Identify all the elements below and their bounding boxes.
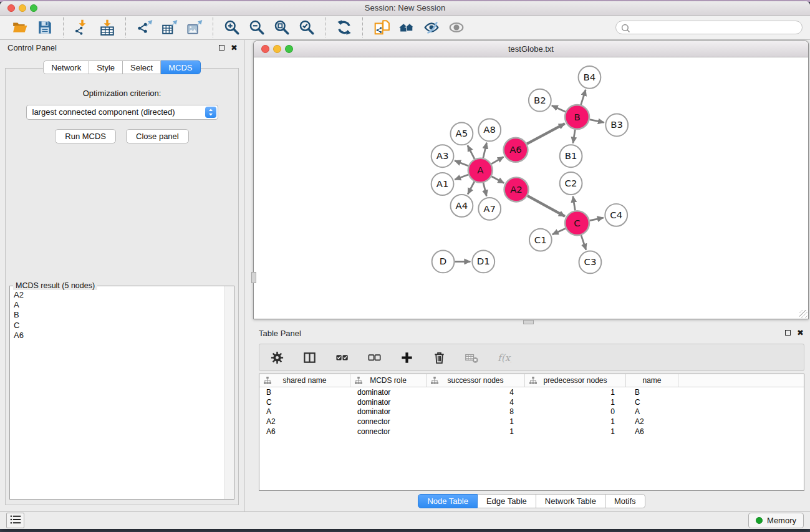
column-header-shared-name[interactable]: shared name (259, 374, 350, 387)
table-tab-edge-table[interactable]: Edge Table (478, 494, 536, 508)
app-title: Session: New Session (0, 1, 810, 15)
graph-edge-A-A5 (468, 145, 475, 159)
graph-edge-C-C3 (581, 235, 586, 250)
criterion-dropdown[interactable]: largest connected component (directed) (26, 105, 218, 120)
table-row[interactable]: Bdominator41B (259, 387, 804, 397)
mcds-result-item[interactable]: B (14, 310, 221, 320)
splitter-handle-bottom[interactable] (523, 320, 534, 324)
function-icon[interactable]: f(x) (496, 350, 511, 365)
float-table-panel-icon[interactable] (785, 330, 791, 336)
add-icon[interactable] (399, 350, 414, 365)
graph-node-B4[interactable]: B4 (579, 66, 601, 89)
zoom-fit-icon[interactable] (272, 18, 291, 37)
graph-node-C[interactable]: C (565, 211, 589, 235)
open-folder-icon[interactable] (11, 18, 29, 37)
deselect-all-icon[interactable] (367, 350, 382, 365)
run-mcds-button[interactable]: Run MCDS (55, 129, 116, 143)
show-panel-icon[interactable] (447, 18, 466, 37)
tab-style[interactable]: Style (89, 60, 123, 74)
import-network-icon[interactable] (73, 18, 92, 37)
tree-icon (264, 377, 271, 386)
graph-node-C1[interactable]: C1 (529, 229, 552, 251)
graph-node-A3[interactable]: A3 (432, 145, 454, 167)
graph-node-C3[interactable]: C3 (579, 251, 602, 274)
save-icon[interactable] (36, 18, 54, 37)
show-panels-button[interactable] (6, 513, 24, 528)
zoom-window-button[interactable] (30, 4, 37, 12)
graph-node-A4[interactable]: A4 (450, 195, 473, 217)
graph-node-B1[interactable]: B1 (560, 145, 582, 167)
network-close-button[interactable] (261, 45, 269, 53)
close-panel-icon[interactable]: ✖ (231, 44, 238, 52)
splitter-handle-left[interactable] (251, 272, 256, 283)
tab-network[interactable]: Network (43, 60, 89, 74)
columns-icon[interactable] (302, 350, 317, 365)
graph-node-B[interactable]: B (565, 105, 589, 129)
close-panel-button[interactable]: Close panel (126, 129, 189, 143)
tab-select[interactable]: Select (123, 60, 161, 74)
column-header-successor-nodes[interactable]: successor nodes (427, 374, 525, 387)
refresh-icon[interactable] (335, 18, 354, 37)
column-header-name[interactable]: name (626, 374, 678, 387)
export-network-icon[interactable] (135, 18, 154, 37)
float-panel-icon[interactable] (219, 45, 224, 51)
mcds-result-item[interactable]: C (14, 321, 221, 331)
tab-mcds[interactable]: MCDS (161, 60, 200, 74)
table-tab-node-table[interactable]: Node Table (418, 494, 478, 508)
home-icon[interactable] (397, 18, 416, 37)
graph-node-C4[interactable]: C4 (605, 204, 627, 226)
memory-status-dot (756, 517, 763, 524)
result-scrollbar[interactable] (224, 286, 234, 499)
svg-text:A7: A7 (483, 203, 496, 215)
graph-node-D[interactable]: D (432, 251, 455, 273)
graph-node-A[interactable]: A (468, 158, 493, 183)
mcds-result-item[interactable]: A2 (14, 290, 221, 300)
graph-node-A8[interactable]: A8 (478, 119, 501, 142)
search-input[interactable] (615, 21, 803, 34)
resize-grip[interactable] (799, 310, 808, 318)
graph-node-B2[interactable]: B2 (529, 89, 551, 112)
graph-node-A2[interactable]: A2 (504, 178, 529, 202)
export-image-icon[interactable] (185, 18, 204, 37)
minimize-window-button[interactable] (19, 4, 26, 12)
import-table-icon[interactable] (98, 18, 117, 37)
zoom-selected-icon[interactable] (297, 18, 316, 37)
destroy-table-icon[interactable] (464, 350, 479, 365)
table-row[interactable]: A2connector11A2 (259, 417, 804, 427)
select-all-icon[interactable] (334, 350, 349, 365)
zoom-in-icon[interactable] (223, 18, 241, 37)
graph-node-A5[interactable]: A5 (450, 123, 473, 145)
table-tab-network-table[interactable]: Network Table (536, 494, 605, 508)
duplicate-network-icon[interactable] (372, 18, 391, 37)
close-window-button[interactable] (7, 4, 15, 12)
hide-panel-icon[interactable] (422, 18, 441, 37)
column-header-predecessor-nodes[interactable]: predecessor nodes (525, 374, 626, 387)
table-row[interactable]: Adominator80A (259, 407, 804, 417)
table-row[interactable]: A6connector11A6 (259, 427, 804, 437)
app-window: Session: New Session Control Panel ✖ Net… (0, 1, 810, 529)
table-cell: A6 (259, 427, 350, 436)
table-cell: C (626, 398, 678, 407)
table-tab-motifs[interactable]: Motifs (605, 494, 645, 508)
gear-icon[interactable] (269, 350, 284, 365)
table-row[interactable]: Cdominator41C (259, 397, 804, 407)
mcds-result-item[interactable]: A (14, 300, 221, 310)
memory-button[interactable]: Memory (748, 513, 804, 528)
graph-edge-A-A8 (483, 143, 487, 158)
graph-node-A7[interactable]: A7 (478, 198, 501, 220)
delete-icon[interactable] (432, 350, 446, 365)
network-minimize-button[interactable] (273, 45, 281, 53)
optimization-label: Optimization criterion: (6, 89, 238, 98)
network-canvas[interactable]: B4B2BB3A8A5A6A3B1AA1C2A2A4A7C4CC1C3DD1 (254, 57, 808, 318)
graph-node-A1[interactable]: A1 (432, 173, 454, 195)
graph-node-A6[interactable]: A6 (504, 138, 528, 162)
graph-node-C2[interactable]: C2 (560, 172, 582, 195)
column-header-MCDS-role[interactable]: MCDS role (350, 374, 427, 387)
zoom-out-icon[interactable] (248, 18, 266, 37)
network-zoom-button[interactable] (285, 45, 293, 53)
graph-node-D1[interactable]: D1 (472, 251, 494, 273)
mcds-result-item[interactable]: A6 (14, 331, 221, 341)
graph-node-B3[interactable]: B3 (605, 114, 628, 137)
export-table-icon[interactable] (160, 18, 179, 37)
close-table-panel-icon[interactable]: ✖ (797, 329, 804, 337)
